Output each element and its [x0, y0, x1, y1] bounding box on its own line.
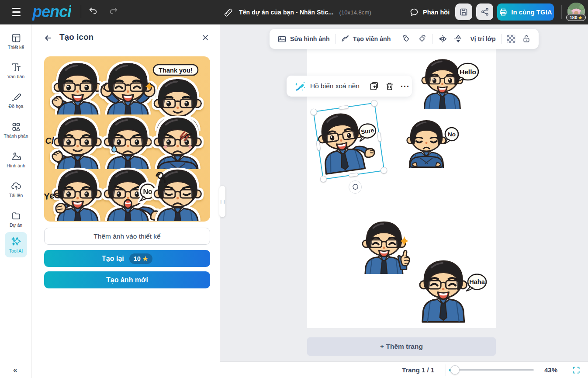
svg-text:Yes!: Yes! — [44, 188, 63, 201]
svg-text:Cl: Cl — [45, 136, 54, 146]
svg-text:Thank you!: Thank you! — [159, 67, 192, 74]
svg-text:No: No — [448, 131, 456, 138]
svg-text:Hello: Hello — [460, 68, 476, 76]
svg-text:Haha: Haha — [469, 278, 485, 285]
